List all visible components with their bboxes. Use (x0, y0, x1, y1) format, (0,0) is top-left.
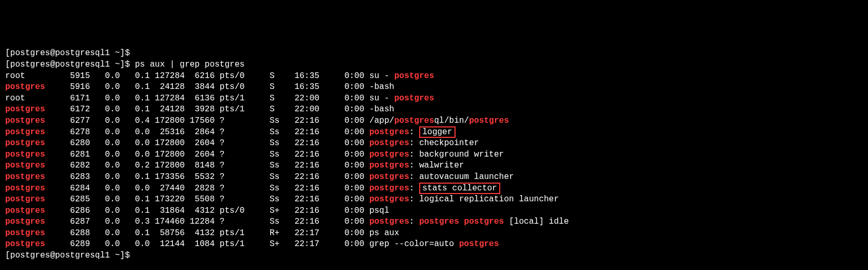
process-row: postgres 6282 0.0 0.2 172800 8148 ? Ss 2… (5, 160, 569, 172)
prompt-line: [postgres@postgresql1 ~]$ (5, 48, 569, 59)
process-row: postgres 6285 0.0 0.1 173220 5508 ? Ss 2… (5, 194, 569, 205)
process-row: postgres 6278 0.0 0.0 25316 2864 ? Ss 22… (5, 127, 569, 138)
process-row: postgres 6284 0.0 0.0 27440 2828 ? Ss 22… (5, 183, 569, 195)
process-row: postgres 6172 0.0 0.1 24128 3928 pts/1 S… (5, 104, 569, 115)
process-row: postgres 6281 0.0 0.0 172800 2604 ? Ss 2… (5, 149, 569, 161)
process-row: postgres 6286 0.0 0.1 31864 4312 pts/0 S… (5, 205, 569, 217)
command-line: [postgres@postgresql1 ~]$ ps aux | grep … (5, 59, 569, 71)
process-row: postgres 6283 0.0 0.1 173356 5532 ? Ss 2… (5, 172, 569, 183)
process-row: postgres 6288 0.0 0.1 58756 4132 pts/1 R… (5, 228, 569, 239)
process-row: postgres 6289 0.0 0.0 12144 1084 pts/1 S… (5, 239, 569, 250)
process-row: root 5915 0.0 0.1 127284 6216 pts/0 S 16… (5, 71, 569, 82)
process-row: postgres 6280 0.0 0.0 172800 2604 ? Ss 2… (5, 138, 569, 149)
process-row: postgres 6287 0.0 0.3 174460 12284 ? Ss … (5, 216, 569, 228)
process-row: postgres 6277 0.0 0.4 172800 17560 ? Ss … (5, 115, 569, 127)
prompt-line[interactable]: [postgres@postgresql1 ~]$ (5, 250, 569, 262)
process-row: postgres 5916 0.0 0.1 24128 3844 pts/0 S… (5, 82, 569, 93)
terminal-output: [postgres@postgresql1 ~]$ [postgres@post… (5, 48, 569, 261)
command-text: ps aux | grep postgres (135, 60, 245, 69)
process-row: root 6171 0.0 0.1 127284 6136 pts/1 S 22… (5, 93, 569, 105)
